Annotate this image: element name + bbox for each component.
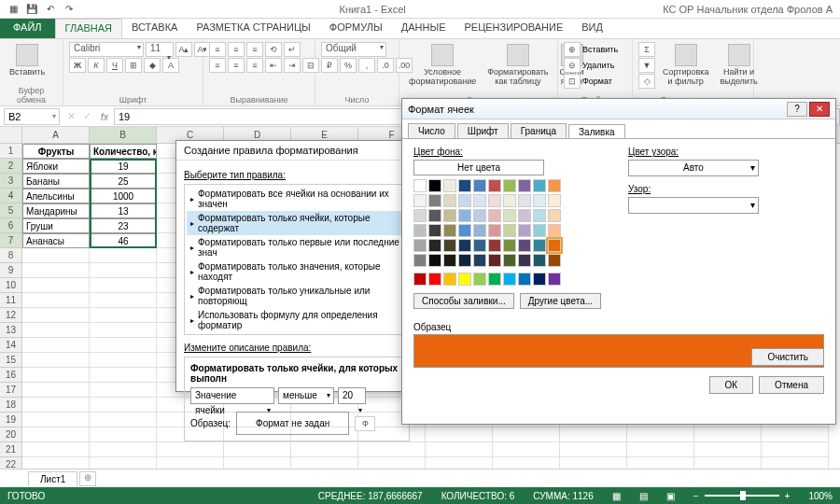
- color-swatch[interactable]: [488, 239, 501, 252]
- rule-type-item[interactable]: Форматировать все ячейки на основании их…: [187, 187, 407, 211]
- row-header[interactable]: 8: [0, 248, 22, 263]
- cell[interactable]: [627, 427, 694, 442]
- color-swatch[interactable]: [488, 194, 501, 207]
- color-swatch[interactable]: [458, 239, 471, 252]
- pattern-color-dropdown[interactable]: Авто: [628, 160, 759, 176]
- tab-home[interactable]: ГЛАВНАЯ: [55, 19, 122, 38]
- tab-layout[interactable]: РАЗМЕТКА СТРАНИЦЫ: [187, 19, 319, 38]
- font-size[interactable]: 11: [146, 42, 174, 57]
- autosum-icon[interactable]: Σ: [638, 42, 655, 57]
- cell[interactable]: [90, 278, 157, 293]
- row-header[interactable]: 9: [0, 263, 22, 278]
- color-swatch[interactable]: [518, 273, 531, 286]
- cell[interactable]: Яблоки: [22, 159, 90, 174]
- color-swatch[interactable]: [548, 179, 561, 192]
- color-swatch[interactable]: [443, 194, 456, 207]
- color-swatch[interactable]: [473, 179, 486, 192]
- color-swatch[interactable]: [548, 224, 561, 237]
- color-swatch[interactable]: [533, 239, 546, 252]
- color-swatch[interactable]: [518, 209, 531, 222]
- clear-button[interactable]: Очистить: [751, 348, 824, 366]
- cell[interactable]: Груши: [22, 218, 90, 233]
- align-left-icon[interactable]: ≡: [209, 58, 226, 73]
- row-header[interactable]: 1: [0, 144, 22, 159]
- color-swatch[interactable]: [443, 273, 456, 286]
- fill-color-button[interactable]: ◆: [144, 58, 161, 73]
- cell[interactable]: [22, 413, 90, 427]
- cell[interactable]: [22, 338, 90, 353]
- color-swatch[interactable]: [488, 224, 501, 237]
- tab-data[interactable]: ДАННЫЕ: [392, 19, 455, 38]
- row-header[interactable]: 3: [0, 174, 22, 189]
- orient-icon[interactable]: ⟲: [265, 42, 282, 57]
- redo-icon[interactable]: ↷: [62, 2, 77, 17]
- font-family[interactable]: Calibri: [69, 42, 144, 57]
- italic-button[interactable]: К: [88, 58, 105, 73]
- row-header[interactable]: 17: [0, 383, 22, 398]
- cell[interactable]: Количество, кг: [90, 144, 157, 159]
- row-header[interactable]: 18: [0, 398, 22, 413]
- cell[interactable]: [22, 398, 90, 413]
- cell[interactable]: [90, 308, 157, 323]
- color-swatch[interactable]: [503, 273, 516, 286]
- rule-value-input[interactable]: 20: [338, 387, 366, 404]
- tab-border[interactable]: Граница: [511, 123, 567, 138]
- select-all-corner[interactable]: [0, 127, 22, 143]
- row-header[interactable]: 2: [0, 159, 22, 174]
- color-swatch[interactable]: [473, 273, 486, 286]
- align-right-icon[interactable]: ≡: [246, 58, 263, 73]
- indent-inc-icon[interactable]: ⇥: [284, 58, 301, 73]
- row-header[interactable]: 20: [0, 427, 22, 442]
- no-fill-button[interactable]: Нет цвета: [413, 160, 544, 175]
- color-swatch[interactable]: [503, 239, 516, 252]
- row-header[interactable]: 4: [0, 189, 22, 203]
- delete-cells-button[interactable]: ⊖Удалить: [564, 58, 618, 73]
- paste-button[interactable]: Вставить: [6, 42, 49, 79]
- color-swatch[interactable]: [473, 224, 486, 237]
- color-swatch[interactable]: [503, 179, 516, 192]
- color-swatch[interactable]: [473, 239, 486, 252]
- cell[interactable]: [560, 442, 627, 457]
- cell[interactable]: [90, 353, 157, 368]
- zoom-level[interactable]: 100%: [808, 491, 833, 501]
- insert-cells-button[interactable]: ⊕Вставить: [564, 42, 618, 57]
- number-format[interactable]: Общий: [321, 42, 386, 57]
- row-header[interactable]: 10: [0, 278, 22, 293]
- color-swatch[interactable]: [533, 224, 546, 237]
- zoom-in-icon[interactable]: +: [785, 491, 791, 501]
- sheet-tab[interactable]: Лист1: [28, 471, 77, 486]
- color-swatch[interactable]: [503, 209, 516, 222]
- tab-number[interactable]: Число: [408, 123, 455, 138]
- ok-button[interactable]: ОК: [709, 376, 754, 394]
- color-swatch[interactable]: [488, 179, 501, 192]
- cell[interactable]: 19: [90, 159, 157, 174]
- color-swatch[interactable]: [428, 224, 441, 237]
- format-cells-button[interactable]: ⊡Формат: [564, 74, 618, 89]
- cond-format-button[interactable]: Условное форматирование: [405, 42, 480, 89]
- rule-operator-dropdown[interactable]: меньше: [278, 387, 334, 404]
- row-header[interactable]: 14: [0, 338, 22, 353]
- cell[interactable]: [22, 353, 90, 368]
- save-icon[interactable]: 💾: [24, 2, 39, 17]
- color-swatch[interactable]: [428, 254, 441, 267]
- rule-subject-dropdown[interactable]: Значение ячейки: [190, 387, 274, 404]
- rule-type-item[interactable]: Использовать формулу для определения фор…: [187, 308, 407, 332]
- color-swatch[interactable]: [503, 224, 516, 237]
- tab-view[interactable]: ВИД: [572, 19, 612, 38]
- color-swatch[interactable]: [413, 254, 427, 267]
- cell[interactable]: 13: [90, 203, 157, 218]
- row-header[interactable]: 15: [0, 353, 22, 368]
- color-swatch[interactable]: [458, 179, 471, 192]
- close-button[interactable]: ✕: [809, 102, 830, 117]
- color-swatch[interactable]: [533, 194, 546, 207]
- color-swatch[interactable]: [443, 254, 456, 267]
- help-button[interactable]: ?: [787, 102, 807, 117]
- percent-icon[interactable]: %: [340, 58, 357, 73]
- format-table-button[interactable]: Форматировать как таблицу: [483, 42, 552, 89]
- color-swatch[interactable]: [458, 254, 471, 267]
- color-swatch[interactable]: [533, 273, 546, 286]
- zoom-out-icon[interactable]: −: [693, 491, 699, 501]
- row-header[interactable]: 19: [0, 413, 22, 427]
- underline-button[interactable]: Ч: [106, 58, 123, 73]
- align-center-icon[interactable]: ≡: [228, 58, 245, 73]
